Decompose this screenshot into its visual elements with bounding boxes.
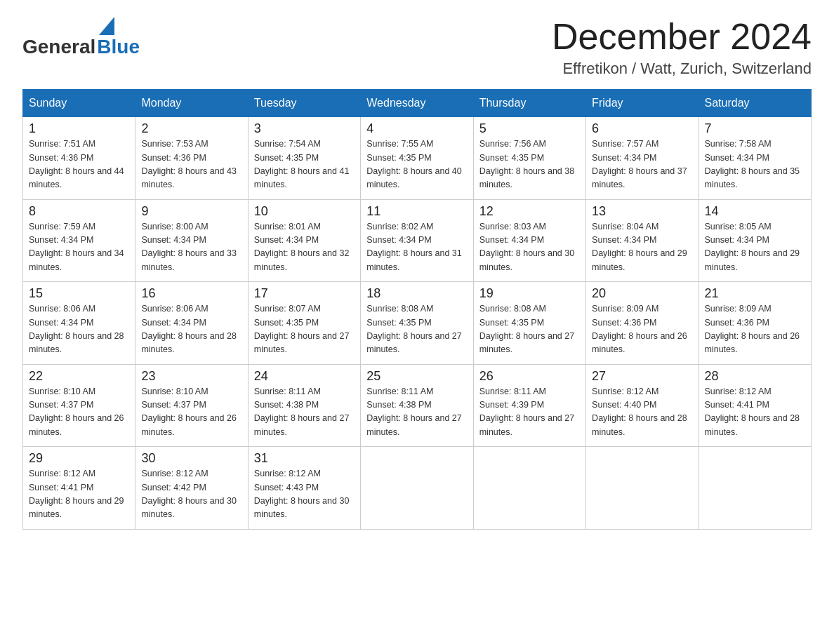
day-number: 26: [479, 369, 580, 384]
daylight-text: Daylight: 8 hours and 40 minutes.: [366, 166, 462, 189]
calendar-cell: [361, 447, 473, 530]
day-number: 1: [29, 121, 129, 136]
day-info: Sunrise: 8:12 AMSunset: 4:41 PMDaylight:…: [29, 467, 129, 522]
day-number: 5: [479, 121, 580, 136]
day-info: Sunrise: 7:55 AMSunset: 4:35 PMDaylight:…: [366, 137, 467, 192]
sunset-text: Sunset: 4:36 PM: [29, 153, 93, 163]
calendar-cell: 9Sunrise: 8:00 AMSunset: 4:34 PMDaylight…: [135, 199, 248, 282]
calendar-cell: 14Sunrise: 8:05 AMSunset: 4:34 PMDayligh…: [699, 199, 811, 282]
sunrise-text: Sunrise: 8:00 AM: [141, 222, 208, 232]
day-info: Sunrise: 8:11 AMSunset: 4:39 PMDaylight:…: [479, 385, 580, 440]
day-number: 20: [592, 286, 692, 301]
sunrise-text: Sunrise: 8:11 AM: [254, 387, 321, 396]
sunrise-text: Sunrise: 8:09 AM: [705, 304, 772, 314]
daylight-text: Daylight: 8 hours and 34 minutes.: [29, 248, 124, 271]
day-number: 16: [141, 286, 241, 301]
calendar-cell: 21Sunrise: 8:09 AMSunset: 4:36 PMDayligh…: [699, 282, 811, 365]
calendar-cell: 28Sunrise: 8:12 AMSunset: 4:41 PMDayligh…: [699, 364, 811, 447]
col-thursday: Thursday: [473, 90, 585, 117]
daylight-text: Daylight: 8 hours and 29 minutes.: [29, 496, 124, 519]
calendar-cell: 31Sunrise: 8:12 AMSunset: 4:43 PMDayligh…: [248, 447, 360, 530]
daylight-text: Daylight: 8 hours and 30 minutes.: [479, 248, 575, 271]
calendar-cell: 20Sunrise: 8:09 AMSunset: 4:36 PMDayligh…: [586, 282, 699, 365]
calendar-cell: 13Sunrise: 8:04 AMSunset: 4:34 PMDayligh…: [586, 199, 699, 282]
sunset-text: Sunset: 4:40 PM: [592, 400, 656, 410]
sunset-text: Sunset: 4:38 PM: [366, 400, 431, 410]
sunrise-text: Sunrise: 8:11 AM: [479, 387, 546, 396]
calendar-cell: 2Sunrise: 7:53 AMSunset: 4:36 PMDaylight…: [135, 117, 248, 200]
sunrise-text: Sunrise: 8:12 AM: [29, 469, 95, 478]
sunrise-text: Sunrise: 7:56 AM: [479, 139, 546, 149]
day-number: 12: [479, 204, 580, 219]
calendar-subtitle: Effretikon / Watt, Zurich, Switzerland: [552, 60, 812, 78]
daylight-text: Daylight: 8 hours and 28 minutes.: [705, 413, 800, 436]
daylight-text: Daylight: 8 hours and 30 minutes.: [141, 496, 237, 519]
sunset-text: Sunset: 4:34 PM: [29, 235, 93, 245]
sunset-text: Sunset: 4:41 PM: [29, 483, 93, 492]
calendar-table: Sunday Monday Tuesday Wednesday Thursday…: [22, 89, 812, 530]
calendar-cell: 24Sunrise: 8:11 AMSunset: 4:38 PMDayligh…: [248, 364, 360, 447]
daylight-text: Daylight: 8 hours and 31 minutes.: [366, 248, 462, 271]
daylight-text: Daylight: 8 hours and 41 minutes.: [254, 166, 350, 189]
sunrise-text: Sunrise: 8:06 AM: [29, 304, 95, 314]
daylight-text: Daylight: 8 hours and 26 minutes.: [29, 413, 124, 436]
daylight-text: Daylight: 8 hours and 27 minutes.: [366, 331, 462, 354]
calendar-week-row: 15Sunrise: 8:06 AMSunset: 4:34 PMDayligh…: [23, 282, 812, 365]
daylight-text: Daylight: 8 hours and 27 minutes.: [366, 413, 462, 436]
day-number: 6: [592, 121, 692, 136]
day-info: Sunrise: 8:12 AMSunset: 4:41 PMDaylight:…: [705, 385, 805, 440]
sunrise-text: Sunrise: 8:08 AM: [479, 304, 546, 314]
calendar-title: December 2024: [552, 17, 812, 57]
daylight-text: Daylight: 8 hours and 30 minutes.: [254, 496, 350, 519]
sunset-text: Sunset: 4:37 PM: [141, 400, 206, 410]
daylight-text: Daylight: 8 hours and 28 minutes.: [29, 331, 124, 354]
sunset-text: Sunset: 4:34 PM: [479, 235, 544, 245]
sunset-text: Sunset: 4:34 PM: [366, 235, 431, 245]
daylight-text: Daylight: 8 hours and 27 minutes.: [254, 331, 350, 354]
day-number: 17: [254, 286, 355, 301]
calendar-cell: 29Sunrise: 8:12 AMSunset: 4:41 PMDayligh…: [23, 447, 135, 530]
day-number: 31: [254, 451, 355, 466]
sunrise-text: Sunrise: 8:12 AM: [705, 387, 772, 396]
sunset-text: Sunset: 4:35 PM: [366, 153, 431, 163]
daylight-text: Daylight: 8 hours and 37 minutes.: [592, 166, 687, 189]
sunset-text: Sunset: 4:34 PM: [254, 235, 319, 245]
daylight-text: Daylight: 8 hours and 26 minutes.: [705, 331, 800, 354]
day-number: 27: [592, 369, 692, 384]
day-number: 25: [366, 369, 467, 384]
calendar-week-row: 22Sunrise: 8:10 AMSunset: 4:37 PMDayligh…: [23, 364, 812, 447]
day-number: 7: [705, 121, 805, 136]
logo-blue-text: Blue: [97, 36, 140, 58]
calendar-week-row: 8Sunrise: 7:59 AMSunset: 4:34 PMDaylight…: [23, 199, 812, 282]
calendar-cell: [473, 447, 585, 530]
sunrise-text: Sunrise: 7:59 AM: [29, 222, 95, 232]
daylight-text: Daylight: 8 hours and 27 minutes.: [479, 413, 575, 436]
logo-arrow-icon: [99, 17, 114, 35]
sunset-text: Sunset: 4:34 PM: [29, 318, 93, 328]
day-info: Sunrise: 8:09 AMSunset: 4:36 PMDaylight:…: [705, 302, 805, 357]
day-info: Sunrise: 8:11 AMSunset: 4:38 PMDaylight:…: [254, 385, 355, 440]
daylight-text: Daylight: 8 hours and 29 minutes.: [592, 248, 687, 271]
day-number: 9: [141, 204, 241, 219]
calendar-cell: 30Sunrise: 8:12 AMSunset: 4:42 PMDayligh…: [135, 447, 248, 530]
calendar-cell: 1Sunrise: 7:51 AMSunset: 4:36 PMDaylight…: [23, 117, 135, 200]
daylight-text: Daylight: 8 hours and 38 minutes.: [479, 166, 575, 189]
sunset-text: Sunset: 4:35 PM: [366, 318, 431, 328]
day-info: Sunrise: 8:01 AMSunset: 4:34 PMDaylight:…: [254, 220, 355, 275]
sunrise-text: Sunrise: 8:10 AM: [29, 387, 95, 396]
sunset-text: Sunset: 4:38 PM: [254, 400, 319, 410]
day-info: Sunrise: 7:56 AMSunset: 4:35 PMDaylight:…: [479, 137, 580, 192]
daylight-text: Daylight: 8 hours and 33 minutes.: [141, 248, 237, 271]
daylight-text: Daylight: 8 hours and 32 minutes.: [254, 248, 350, 271]
calendar-cell: [586, 447, 699, 530]
daylight-text: Daylight: 8 hours and 35 minutes.: [705, 166, 800, 189]
calendar-cell: 12Sunrise: 8:03 AMSunset: 4:34 PMDayligh…: [473, 199, 585, 282]
day-info: Sunrise: 7:54 AMSunset: 4:35 PMDaylight:…: [254, 137, 355, 192]
daylight-text: Daylight: 8 hours and 28 minutes.: [141, 331, 237, 354]
sunrise-text: Sunrise: 7:55 AM: [366, 139, 433, 149]
sunrise-text: Sunrise: 7:51 AM: [29, 139, 95, 149]
day-number: 22: [29, 369, 129, 384]
sunset-text: Sunset: 4:43 PM: [254, 483, 319, 492]
calendar-cell: 11Sunrise: 8:02 AMSunset: 4:34 PMDayligh…: [361, 199, 473, 282]
logo: General Blue: [22, 17, 140, 58]
